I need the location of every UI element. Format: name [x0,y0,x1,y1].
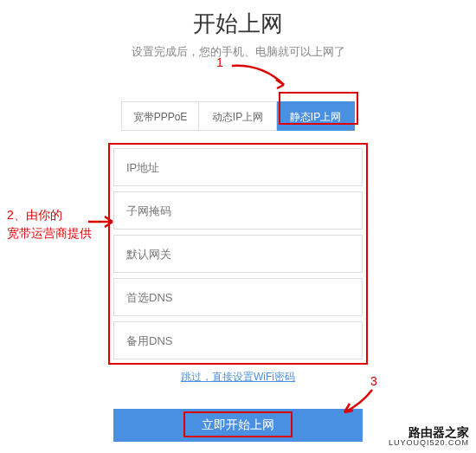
input-row-dns1 [113,278,363,316]
tab-dynamic-ip[interactable]: 动态IP上网 [199,101,277,131]
ip-address-field[interactable] [126,161,350,174]
start-browsing-button[interactable]: 立即开始上网 [113,409,363,442]
skip-wifi-link[interactable]: 跳过，直接设置WiFi密码 [0,370,476,385]
connection-type-tabs: 宽带PPPoE 动态IP上网 静态IP上网 [0,101,476,131]
watermark-main: 路由器之家 [389,426,469,439]
page-subtitle: 设置完成后，您的手机、电脑就可以上网了 [0,44,476,60]
input-row-dns2 [113,321,363,359]
submit-button-label: 立即开始上网 [202,417,274,431]
input-row-ip [113,148,363,186]
static-ip-form [113,148,363,359]
default-gateway-field[interactable] [126,248,350,261]
tab-pppoe[interactable]: 宽带PPPoE [121,101,199,131]
secondary-dns-field[interactable] [126,334,350,347]
input-row-mask [113,191,363,230]
subnet-mask-field[interactable] [126,204,350,217]
input-row-gateway [113,235,363,273]
page-title: 开始上网 [0,9,476,39]
watermark: 路由器之家 LUYOUQI520.COM [389,426,469,448]
primary-dns-field[interactable] [126,291,350,304]
tab-static-ip[interactable]: 静态IP上网 [277,101,355,131]
watermark-sub: LUYOUQI520.COM [389,439,469,448]
